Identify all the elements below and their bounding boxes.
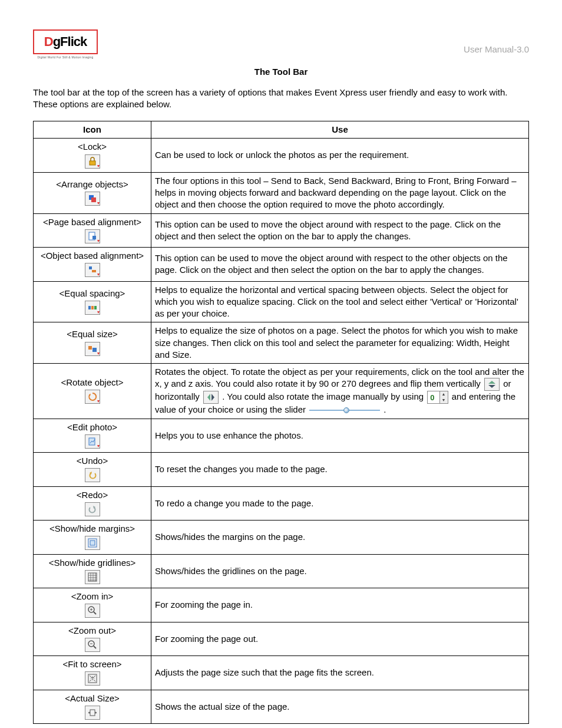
- use-cell: Helps to equalize the horizontal and ver…: [151, 281, 529, 322]
- svg-marker-34: [88, 711, 90, 714]
- step-down-icon[interactable]: ▼: [440, 397, 448, 403]
- equal-spacing-icon: ▾: [85, 301, 100, 315]
- svg-marker-14: [488, 385, 495, 388]
- svg-marker-35: [95, 711, 97, 714]
- table-row: <Equal spacing> ▾ Helps to equalize the …: [34, 281, 529, 322]
- rotate-object-icon: ▾: [85, 390, 100, 404]
- icon-label: <Edit photo>: [37, 421, 147, 433]
- gridlines-icon: [85, 570, 100, 584]
- rotation-slider[interactable]: [309, 407, 380, 413]
- icon-label: <Undo>: [37, 455, 147, 467]
- icon-label: <Redo>: [37, 489, 147, 501]
- redo-icon: [85, 502, 100, 516]
- section-title: The Tool Bar: [33, 66, 529, 78]
- table-row: <Actual Size> Shows the actual size of t…: [34, 690, 529, 724]
- use-cell: Shows/hides the gridlines on the page.: [151, 554, 529, 588]
- intro-paragraph: The tool bar at the top of the screen ha…: [33, 87, 529, 111]
- icon-label: <Rotate object>: [37, 377, 147, 388]
- rotate-text-1: Rotates the object. To rotate the object…: [155, 367, 524, 388]
- svg-marker-16: [211, 394, 214, 401]
- use-cell: Helps you to use enhance the photos.: [151, 419, 529, 453]
- table-row: <Rotate object> ▾ Rotates the object. To…: [34, 364, 529, 419]
- zoom-out-icon: [85, 638, 100, 652]
- svg-rect-2: [91, 197, 96, 202]
- svg-rect-0: [90, 161, 95, 165]
- svg-rect-5: [89, 266, 92, 269]
- use-cell: To redo a change you made to the page.: [151, 486, 529, 521]
- icon-label: <Actual Size>: [37, 693, 147, 704]
- icon-label: <Zoom in>: [37, 591, 147, 602]
- svg-rect-6: [92, 270, 96, 272]
- edit-photo-icon: ▾: [85, 434, 100, 449]
- zoom-in-icon: [85, 604, 100, 618]
- table-row: <Undo> To reset the changes you made to …: [34, 453, 529, 487]
- table-row: <Edit photo> ▾ Helps you to use enhance …: [34, 419, 529, 453]
- icon-label: <Equal size>: [37, 328, 147, 340]
- logo-subtext: Digital World For Still & Motion Imaging: [34, 55, 97, 60]
- page-header: DgFlick Digital World For Still & Motion…: [33, 29, 529, 55]
- icon-label: <Lock>: [37, 141, 147, 153]
- use-cell: To reset the changes you made to the pag…: [151, 453, 529, 487]
- use-cell: This option can be used to move the obje…: [151, 213, 529, 248]
- table-row: <Equal size> ▾ Helps to equalize the siz…: [34, 322, 529, 364]
- table-row: <Redo> To redo a change you made to the …: [34, 486, 529, 521]
- object-alignment-icon: ▾: [85, 263, 100, 277]
- table-row: <Lock> ▾ Can be used to lock or unlock t…: [34, 139, 529, 173]
- svg-rect-9: [94, 306, 97, 309]
- use-cell: Shows the actual size of the page.: [151, 690, 529, 724]
- icon-label: <Arrange objects>: [37, 179, 147, 190]
- table-row: <Zoom out> For zooming the page out.: [34, 622, 529, 656]
- logo-text: DgFlick: [44, 33, 87, 51]
- table-row: <Object based alignment> ▾ This option c…: [34, 248, 529, 282]
- logo: DgFlick Digital World For Still & Motion…: [33, 29, 98, 54]
- icon-label: <Fit to screen>: [37, 658, 147, 670]
- table-row: <Zoom in> For zooming the page in.: [34, 588, 529, 622]
- svg-line-28: [94, 646, 96, 648]
- svg-rect-4: [92, 236, 96, 239]
- use-cell: Helps to equalize the size of photos on …: [151, 322, 529, 364]
- icon-label: <Page based alignment>: [37, 216, 147, 228]
- arrange-objects-icon: ▾: [85, 192, 100, 206]
- header-use: Use: [151, 121, 529, 139]
- use-cell: The four options in this tool – Send to …: [151, 172, 529, 213]
- table-row: <Arrange objects> ▾ The four options in …: [34, 172, 529, 213]
- svg-marker-15: [207, 394, 210, 401]
- svg-rect-11: [92, 348, 97, 352]
- use-cell-rotate: Rotates the object. To rotate the object…: [151, 364, 529, 419]
- table-header-row: Icon Use: [34, 121, 529, 139]
- flip-vertical-icon: [484, 378, 500, 391]
- svg-rect-21: [90, 541, 95, 545]
- table-row: <Show/hide margins> Shows/hides the marg…: [34, 521, 529, 555]
- fit-to-screen-icon: [85, 671, 100, 686]
- svg-line-24: [94, 612, 96, 614]
- lock-icon: ▾: [85, 154, 100, 169]
- toolbar-reference-table: Icon Use <Lock> ▾ Can be used to lock or…: [33, 121, 529, 724]
- svg-rect-10: [88, 346, 92, 350]
- svg-marker-13: [488, 381, 495, 384]
- actual-size-icon: [85, 706, 100, 720]
- rotation-value: 0: [428, 393, 439, 403]
- use-cell: For zooming the page out.: [151, 622, 529, 656]
- use-cell: For zooming the page in.: [151, 588, 529, 622]
- step-up-icon[interactable]: ▲: [440, 391, 448, 397]
- rotate-text-3: . You could also rotate the image manual…: [222, 391, 426, 401]
- use-cell: Shows/hides the margins on the page.: [151, 521, 529, 555]
- flip-horizontal-icon: [203, 391, 219, 404]
- equal-size-icon: ▾: [85, 342, 100, 356]
- svg-rect-17: [89, 438, 95, 445]
- svg-rect-7: [88, 306, 91, 309]
- icon-label: <Zoom out>: [37, 625, 147, 637]
- table-row: <Page based alignment> ▾ This option can…: [34, 213, 529, 248]
- use-cell: This option can be used to move the obje…: [151, 248, 529, 282]
- page-alignment-icon: ▾: [85, 229, 100, 243]
- table-row: <Fit to screen> Adjusts the page size su…: [34, 656, 529, 690]
- rotate-text-5: .: [384, 404, 386, 414]
- margins-icon: [85, 536, 100, 550]
- rotation-value-stepper[interactable]: 0 ▲▼: [427, 391, 448, 404]
- use-cell: Adjusts the page size such that the page…: [151, 656, 529, 690]
- svg-rect-8: [91, 306, 94, 309]
- undo-icon: [85, 468, 100, 482]
- icon-label: <Show/hide gridlines>: [37, 557, 147, 569]
- icon-label: <Equal spacing>: [37, 288, 147, 299]
- use-cell: Can be used to lock or unlock the photos…: [151, 139, 529, 173]
